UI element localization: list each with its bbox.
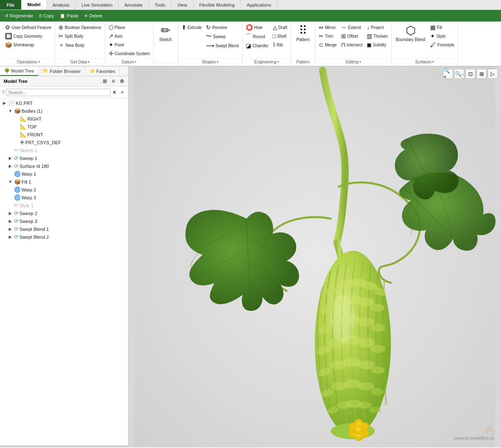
zoom-fit-button[interactable]: ⊡ — [465, 69, 475, 79]
tree-settings-button[interactable]: ⚙ — [118, 77, 126, 85]
search-input[interactable] — [6, 89, 111, 96]
tree-item-top[interactable]: 📐 TOP — [0, 123, 128, 131]
coordinate-system-button[interactable]: ✛ Coordinate System — [107, 49, 152, 58]
panel-tab-model-tree[interactable]: 🌳 Model Tree — [0, 66, 39, 76]
paste-icon: 📋 — [60, 13, 65, 19]
hole-button[interactable]: ⭕ Hole — [244, 23, 270, 31]
tree-view-button[interactable]: ≡ — [110, 77, 117, 85]
tree-item-warp3[interactable]: 🌀 Warp 3 — [0, 194, 128, 201]
copy-geometry-button[interactable]: 🔲 Copy Geometry — [3, 32, 53, 40]
tab-flexible-modeling[interactable]: Flexible Modeling — [194, 0, 241, 10]
delete-button[interactable]: ✕ Delete — [82, 12, 104, 19]
intersect-button[interactable]: ⊓ Intersect — [339, 41, 364, 49]
axis-button[interactable]: ↗ Axis — [107, 32, 152, 40]
regenerate-button[interactable]: ↺ Regenerate — [2, 12, 36, 19]
user-defined-feature-button[interactable]: ⚙ User-Defined Feature — [3, 23, 53, 31]
project-button[interactable]: ↓ Project — [365, 23, 390, 31]
pattern-label[interactable]: Pattern — [293, 58, 313, 64]
operations-group-label[interactable]: Operations ▾ — [3, 58, 53, 64]
tree-sort-button[interactable]: ⊞ — [101, 77, 109, 85]
datum-group-label[interactable]: Datum ▾ — [107, 58, 152, 64]
shrinkwrap-button[interactable]: 📦 Shrinkwrap — [3, 41, 53, 49]
shapes-group-label[interactable]: Shapes ▾ — [180, 58, 241, 64]
tree-item-style1[interactable]: ✏ Style 1 — [0, 201, 128, 209]
tab-tools[interactable]: Tools — [149, 0, 172, 10]
tree-item-sketch1[interactable]: ✏ Sketch 1 — [0, 146, 128, 154]
tab-view[interactable]: View — [172, 0, 194, 10]
tab-file[interactable]: File — [0, 0, 22, 10]
get-data-group-label[interactable]: Get Data ▾ — [57, 58, 103, 64]
pattern-button[interactable]: ⠿ Pattern — [293, 23, 313, 43]
tab-live-simulation[interactable]: Live Simulation — [76, 0, 119, 10]
warp2-icon: 🌀 — [14, 186, 21, 193]
point-button[interactable]: ✦ Point — [107, 41, 152, 49]
axis-icon: ↗ — [109, 33, 114, 39]
panel-resize-handle[interactable] — [0, 446, 128, 447]
new-body-button[interactable]: ＋ New Body — [57, 41, 103, 50]
extend-button[interactable]: ↔ Extend — [339, 23, 364, 31]
trim-button[interactable]: ✂ Trim — [317, 32, 338, 40]
thicken-button[interactable]: ▥ Thicken — [365, 32, 390, 40]
copy-button[interactable]: ⎘ Copy — [37, 12, 56, 19]
round-button[interactable]: ⌒ Round — [244, 32, 270, 41]
chamfer-icon: ◪ — [246, 42, 251, 49]
tab-applications[interactable]: Applications — [241, 0, 277, 10]
plane-button[interactable]: ⬡ Plane — [107, 23, 152, 31]
saved-views-button[interactable]: ▷ — [488, 69, 498, 79]
style-button[interactable]: ✦ Style — [428, 32, 456, 40]
search-clear-button[interactable]: ✕ — [111, 89, 118, 96]
viewport[interactable]: 🔍+ 🔍- ⊡ ⊞ ▷ — [128, 66, 501, 447]
tree-item-sweep3[interactable]: ▶ ⟳ Sweep 3 — [0, 217, 128, 225]
offset-button[interactable]: ⊞ Offset — [339, 32, 364, 40]
sweep-button[interactable]: 〜 Sweep — [204, 32, 240, 41]
tree-item-warp1[interactable]: 🌀 Warp 1 — [0, 170, 128, 178]
zoom-in-button[interactable]: 🔍+ — [443, 69, 453, 79]
tree-item-sweep2[interactable]: ▶ ⟳ Sweep 2 — [0, 209, 128, 217]
mirror-icon: ⇔ — [319, 24, 324, 31]
solidify-button[interactable]: ◼ Solidify — [365, 41, 390, 49]
view-options-button[interactable]: ⊞ — [477, 69, 486, 79]
tab-analysis[interactable]: Analysis — [47, 0, 76, 10]
tree-item-surface180[interactable]: ▶ ⟳ Surface id 180 — [0, 162, 128, 170]
tree-title: Model Tree — [2, 77, 29, 85]
tree-root[interactable]: ▶ 📄 KG.PRT — [0, 99, 128, 107]
tab-model[interactable]: Model — [22, 0, 47, 10]
extrude-button[interactable]: ⬆ Extrude — [180, 23, 203, 31]
shell-button[interactable]: □ Shell — [271, 32, 289, 40]
tree-item-prt-csys[interactable]: ✛ PRT_CSYS_DEF — [0, 138, 128, 146]
engineering-group-label[interactable]: Engineering ▾ — [244, 58, 289, 64]
tree-item-right[interactable]: 📐 RIGHT — [0, 115, 128, 123]
search-add-button[interactable]: ＋ — [118, 88, 126, 97]
swept-blend1-icon: ⟳ — [14, 226, 19, 232]
editing-group-label[interactable]: Editing ▾ — [317, 58, 390, 64]
ribbon-group-engineering: ⭕ Hole ⌒ Round ◪ Chamfer ◬ Draft □ — [242, 22, 291, 65]
rib-button[interactable]: ⌇ Rib — [271, 41, 289, 49]
paste-button[interactable]: 📋 Paste — [58, 12, 80, 19]
boolean-ops-button[interactable]: ⊕ Boolean Operations — [57, 23, 103, 31]
svg-point-30 — [358, 382, 374, 390]
panel-tab-folder-browser[interactable]: 📁 Folder Browser — [39, 66, 85, 76]
ribbon-group-get-data: ⊕ Boolean Operations ✂ Split Body ＋ New … — [55, 22, 105, 65]
tab-annotate[interactable]: Annotate — [119, 0, 149, 10]
tree-item-sweep1[interactable]: ▶ ⟳ Sweep 1 — [0, 154, 128, 162]
tree-item-swept-blend1[interactable]: ▶ ⟳ Swept Blend 1 — [0, 225, 128, 233]
split-body-button[interactable]: ✂ Split Body — [57, 32, 103, 40]
mirror-button[interactable]: ⇔ Mirror — [317, 23, 338, 31]
tree-item-swept-blend2[interactable]: ▶ ⟳ Swept Blend 2 — [0, 233, 128, 241]
tree-item-bodies[interactable]: ▼ 📦 Bodies (1) — [0, 107, 128, 115]
freestyle-button[interactable]: 🖊 Freestyle — [428, 41, 456, 49]
draft-button[interactable]: ◬ Draft — [271, 23, 289, 31]
zoom-out-button[interactable]: 🔍- — [454, 69, 464, 79]
boundary-blend-button[interactable]: ⬡ Boundary Blend — [393, 23, 428, 43]
merge-button[interactable]: ⊂ Merge — [317, 41, 338, 49]
tree-item-warp2[interactable]: 🌀 Warp 2 — [0, 186, 128, 194]
panel-tab-favorites[interactable]: ⭐ Favorites — [85, 66, 120, 76]
chamfer-button[interactable]: ◪ Chamfer — [244, 41, 270, 50]
sketch-button[interactable]: ✏ Sketch — [155, 23, 176, 43]
tree-item-front[interactable]: 📐 FRONT — [0, 131, 128, 138]
revolve-button[interactable]: ↻ Revolve — [204, 23, 240, 31]
tree-item-fill1[interactable]: ▼ 📦 Fill 1 — [0, 178, 128, 186]
fill-button[interactable]: ▦ Fill — [428, 23, 456, 31]
swept-blend-button[interactable]: ⟿ Swept Blend — [204, 41, 240, 50]
surfaces-group-label[interactable]: Surfaces ▾ — [393, 58, 456, 64]
